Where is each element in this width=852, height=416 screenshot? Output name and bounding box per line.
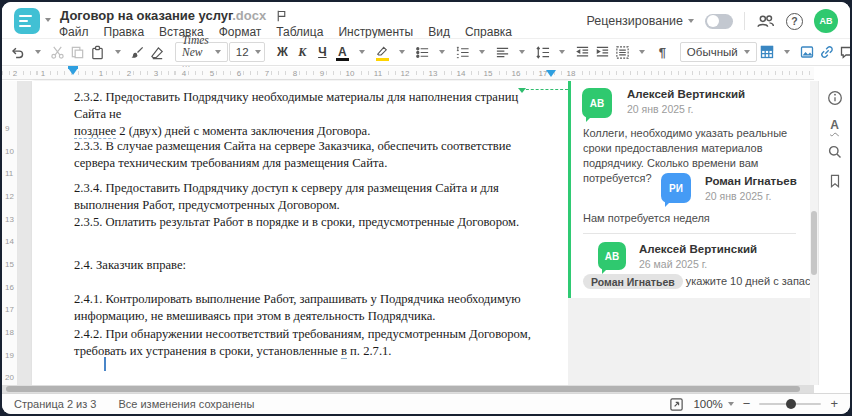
paragraph-2-3-3[interactable]: 2.3.3. В случае размещения Сайта на серв… [74, 138, 542, 172]
mention-pill[interactable]: Роман Игнатьев [583, 274, 683, 289]
ruler-number: 11 [372, 69, 384, 79]
app-logo-icon[interactable] [14, 8, 40, 34]
italic-button[interactable]: К [293, 41, 312, 63]
reply-text: укажите 10 дней с запасом [686, 275, 824, 287]
comment-thread-card[interactable]: АВ Алексей Вертинский 20 янв 2025 г. Кол… [568, 81, 810, 298]
font-color-caret-icon[interactable] [353, 41, 372, 63]
paragraph-borders-button[interactable] [613, 41, 632, 63]
user-avatar[interactable]: АВ [814, 9, 838, 33]
ruler-number: 15 [5, 260, 14, 269]
paragraph-2-3-5[interactable]: 2.3.5. Оплатить результат Работ в порядк… [74, 214, 542, 231]
comment-connector-line [521, 89, 568, 90]
format-painter-button[interactable] [128, 41, 147, 63]
favorite-flag-icon[interactable] [275, 9, 288, 23]
paragraph-2-3-2[interactable]: 2.3.2. Предоставить Подрядчику необходим… [74, 89, 542, 140]
vertical-scrollbar-thumb[interactable] [811, 211, 817, 275]
menu-item-help[interactable]: Справка [465, 25, 512, 39]
ruler-number: 3 [152, 69, 160, 79]
cut-button[interactable] [48, 41, 67, 63]
ruler-number: 12 [5, 192, 14, 201]
help-icon[interactable]: ? [786, 13, 803, 30]
paragraph-2-4-2[interactable]: 2.4.2. При обнаружении несоответствий тр… [74, 326, 542, 360]
paste-button[interactable] [88, 41, 107, 63]
underline-button[interactable]: Ч [313, 41, 332, 63]
menu-bar: Файл Правка Вставка Формат Таблица Инстр… [59, 25, 512, 39]
clear-style-button[interactable] [148, 41, 167, 63]
zoom-slider[interactable] [759, 403, 821, 405]
ruler-number: 1 [97, 69, 105, 79]
menu-item-edit[interactable]: Правка [104, 25, 145, 39]
bullet-list-caret-icon[interactable] [433, 41, 452, 63]
line-spacing-button[interactable] [533, 41, 552, 63]
logo-dropdown-caret-icon[interactable] [45, 18, 51, 22]
paragraph-text: 2 (двух) дней с момента заключения Догов… [116, 124, 370, 138]
bookmark-icon[interactable] [828, 173, 842, 189]
comment-anchor-text[interactable]: позднее [74, 124, 116, 139]
menu-item-tools[interactable]: Инструменты [338, 25, 413, 39]
insert-comment-button[interactable] [838, 41, 850, 63]
paste-caret-icon[interactable] [108, 41, 127, 63]
zoom-level-select[interactable]: 100% [693, 398, 733, 410]
decrease-indent-button[interactable] [573, 41, 592, 63]
copy-button[interactable] [68, 41, 87, 63]
undo-button[interactable] [8, 41, 27, 63]
zoom-in-button[interactable]: + [830, 399, 838, 409]
insert-image-button[interactable] [798, 41, 817, 63]
review-mode-dropdown[interactable]: Рецензирование [586, 14, 694, 28]
info-icon[interactable] [827, 90, 843, 106]
save-status: Все изменения сохранены [118, 398, 254, 410]
ruler-number: 9 [5, 124, 9, 133]
numbered-list-caret-icon[interactable] [473, 41, 492, 63]
comment-date: 20 янв 2025 г. [627, 103, 693, 115]
menu-item-file[interactable]: Файл [59, 25, 89, 39]
font-size-select[interactable]: 12 [229, 42, 265, 62]
right-indent-marker[interactable] [546, 70, 556, 77]
reply-text-row: Роман Игнатьев укажите 10 дней с запасом [583, 274, 802, 289]
paragraph-text: 2.4.2. При обнаружении несоответствий тр… [74, 327, 531, 358]
document-extension: .docx [232, 8, 266, 23]
numbered-list-button[interactable] [453, 41, 472, 63]
font-family-select[interactable]: Times New ... [175, 42, 228, 62]
paragraph-2-3-4[interactable]: 2.3.4. Предоставить Подрядчику доступ к … [74, 180, 542, 214]
insert-table-caret-icon[interactable] [778, 41, 797, 63]
font-color-button[interactable]: А [333, 41, 352, 63]
collaborators-icon[interactable] [756, 13, 775, 30]
spellcheck-icon[interactable]: А [830, 119, 839, 131]
page-indicator[interactable]: Страница 2 из 3 [14, 398, 96, 410]
highlight-caret-icon[interactable] [393, 41, 412, 63]
highlight-color-button[interactable] [373, 41, 392, 63]
fit-to-width-icon[interactable] [669, 397, 684, 412]
reply-author-avatar: РИ [661, 173, 691, 203]
menu-item-view[interactable]: Вид [428, 25, 450, 39]
ruler-number: 18 [5, 328, 14, 337]
undo-caret-icon[interactable] [28, 41, 47, 63]
horizontal-scrollbar-thumb[interactable] [6, 386, 800, 392]
document-page[interactable]: 2.3.2. Предоставить Подрядчику необходим… [32, 81, 568, 385]
paragraph-2-4[interactable]: 2.4. Заказчик вправе: [74, 257, 542, 274]
align-caret-icon[interactable] [513, 41, 532, 63]
paragraph-borders-caret-icon[interactable] [633, 41, 652, 63]
reply-author-name: Алексей Вертинский [639, 243, 757, 255]
horizontal-scrollbar[interactable] [2, 385, 814, 393]
paragraph-style-select[interactable]: Обычный [680, 42, 757, 62]
menu-item-table[interactable]: Таблица [276, 25, 323, 39]
review-toggle[interactable] [705, 14, 733, 29]
zoom-out-button[interactable]: − [743, 399, 751, 409]
menu-item-format[interactable]: Формат [219, 25, 262, 39]
left-indent-marker[interactable] [68, 68, 78, 75]
insert-table-button[interactable] [758, 41, 777, 63]
align-button[interactable] [493, 41, 512, 63]
search-icon[interactable] [827, 144, 843, 160]
line-spacing-caret-icon[interactable] [553, 41, 572, 63]
bold-button[interactable]: Ж [273, 41, 292, 63]
bullet-list-button[interactable] [413, 41, 432, 63]
ruler-number: 20 [5, 373, 14, 382]
ruler-number: 5 [208, 69, 216, 79]
vertical-scrollbar[interactable] [810, 81, 818, 385]
zoom-slider-knob[interactable] [786, 399, 796, 409]
ruler-number: 14 [455, 69, 468, 79]
show-paragraph-marks-button[interactable]: ¶ [653, 41, 672, 63]
increase-indent-button[interactable] [593, 41, 612, 63]
insert-link-button[interactable] [818, 41, 837, 63]
paragraph-2-4-1[interactable]: 2.4.1. Контролировать выполнение Работ, … [74, 291, 542, 325]
